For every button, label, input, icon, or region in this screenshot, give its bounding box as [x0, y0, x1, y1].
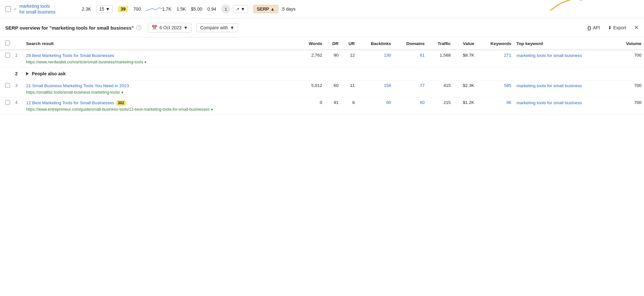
- row-checkbox-2[interactable]: [5, 83, 10, 88]
- domains-link[interactable]: 60: [420, 100, 425, 105]
- chevron-down-icon3: ▼: [184, 25, 188, 30]
- ur-cell: 12: [341, 50, 358, 67]
- redirect-badge: 302: [116, 100, 127, 106]
- top-keyword-cell: marketing tools for small business: [514, 97, 615, 115]
- th-traffic: Traffic: [427, 37, 453, 50]
- result-title-link[interactable]: 12 Best Marketing Tools for Small Busine…: [26, 100, 127, 105]
- keywords-link[interactable]: 271: [504, 53, 511, 58]
- traffic-cell: 415: [427, 80, 453, 97]
- result-title-link[interactable]: 21 Small Business Marketing Tools You Ne…: [26, 83, 129, 88]
- result-cell: 21 Small Business Marketing Tools You Ne…: [24, 80, 298, 97]
- value-cell: $2.3K: [453, 80, 477, 97]
- th-dr: DR: [325, 37, 341, 50]
- stat-700: 700: [133, 6, 141, 12]
- table-row: 4 12 Best Marketing Tools for Small Busi…: [0, 97, 644, 115]
- th-value: Value: [453, 37, 477, 50]
- download-icon: ⬇: [608, 25, 612, 30]
- url-dropdown: https://smallbiz.tools/small-business-ma…: [26, 90, 124, 95]
- compare-button[interactable]: Compare with ▼: [197, 23, 238, 32]
- row-checkbox[interactable]: [5, 6, 11, 12]
- dr-cell: 91: [325, 97, 341, 115]
- trend-select[interactable]: ↗ ▼: [233, 5, 248, 13]
- serp-label: SERP: [257, 6, 269, 12]
- backlinks-link[interactable]: 158: [384, 83, 391, 88]
- api-button[interactable]: {} API: [587, 25, 600, 31]
- calendar-icon: 📅: [151, 25, 158, 31]
- row-checkbox-3[interactable]: [5, 100, 10, 105]
- domains-cell: 77: [394, 80, 427, 97]
- row-num: 4: [13, 97, 24, 115]
- keywords-link[interactable]: 96: [506, 100, 511, 105]
- row-checkbox-cell: [0, 67, 13, 80]
- table-row: 1 28 Best Marketing Tools for Small Busi…: [0, 50, 644, 67]
- top-keyword-link[interactable]: marketing tools for small business: [516, 83, 582, 88]
- top-bar: ✓ marketing tools for small business 2.3…: [0, 0, 644, 18]
- select-all-checkbox[interactable]: [5, 41, 10, 45]
- row-num: 2: [13, 67, 24, 80]
- serp-button[interactable]: SERP ▲: [253, 5, 278, 13]
- th-words: Words: [298, 37, 325, 50]
- backlinks-cell: 158: [357, 80, 394, 97]
- backlinks-link[interactable]: 130: [384, 53, 391, 58]
- keyword-link[interactable]: marketing tools for small business: [19, 3, 74, 15]
- trend-icon: ↗: [236, 7, 239, 12]
- serp-table: Search result Words DR UR Backlinks Doma…: [0, 37, 644, 115]
- value-cell: $8.7K: [453, 50, 477, 67]
- domains-cell: 60: [394, 97, 427, 115]
- row-checkbox-cell: [0, 97, 13, 115]
- keywords-cell: 585: [477, 80, 514, 97]
- position-badge: 39: [118, 6, 128, 12]
- row-num: 1: [13, 50, 24, 67]
- row-checkbox-cell: [0, 80, 13, 97]
- top-keyword-link[interactable]: marketing tools for small business: [516, 100, 582, 105]
- chevron-up-icon: ▲: [270, 6, 275, 12]
- keywords-link[interactable]: 585: [504, 83, 511, 88]
- people-also-ask-label: People also ask: [32, 71, 66, 76]
- position-value: 15: [99, 6, 104, 12]
- th-keywords: Keywords: [477, 37, 514, 50]
- domains-link[interactable]: 77: [420, 83, 425, 88]
- position-select[interactable]: 15 ▼: [96, 5, 113, 13]
- top-keyword-link[interactable]: marketing tools for small business: [516, 53, 582, 58]
- help-icon[interactable]: ?: [136, 25, 141, 30]
- th-volume: Volume: [615, 37, 644, 50]
- export-button[interactable]: ⬇ Export: [608, 25, 626, 30]
- date-picker[interactable]: 📅 6 Oct 2023 ▼: [148, 23, 191, 32]
- url-dropdown-arrow[interactable]: ▼: [121, 91, 124, 94]
- api-label: API: [593, 25, 600, 30]
- result-url[interactable]: https://smallbiz.tools/small-business-ma…: [26, 90, 296, 95]
- words-cell: 0: [298, 97, 325, 115]
- keywords-cell: 96: [477, 97, 514, 115]
- stat-094: 0.94: [207, 6, 216, 12]
- row-checkbox-0[interactable]: [5, 53, 10, 58]
- volume-stat: 2.3K: [82, 6, 91, 12]
- result-url[interactable]: https://www.entrepreneur.com/guide/small…: [26, 107, 296, 112]
- chevron-down-icon2: ▼: [241, 6, 245, 12]
- backlinks-link[interactable]: 60: [386, 100, 391, 105]
- serp-table-wrapper: Search result Words DR UR Backlinks Doma…: [0, 37, 644, 115]
- top-keyword-cell: marketing tools for small business: [514, 80, 615, 97]
- th-ur: UR: [341, 37, 358, 50]
- check-icon: ✓: [14, 6, 17, 12]
- expand-icon[interactable]: [26, 72, 29, 75]
- words-cell: 5,012: [298, 80, 325, 97]
- stat-circle: 1: [221, 5, 230, 14]
- chevron-down-icon4: ▼: [230, 25, 235, 30]
- sparkline-icon: [146, 6, 162, 12]
- top-keyword-cell: marketing tools for small business: [514, 50, 615, 67]
- domains-link[interactable]: 61: [420, 53, 425, 58]
- days-stat: 5 days: [282, 6, 295, 12]
- svg-marker-0: [580, 0, 584, 1]
- ur-cell: 8: [341, 97, 358, 115]
- result-url[interactable]: https://www.nerdwallet.com/article/small…: [26, 60, 296, 64]
- url-dropdown-arrow[interactable]: ▼: [210, 108, 214, 111]
- top-volume-cell: 700: [615, 97, 644, 115]
- keywords-cell: 271: [477, 50, 514, 67]
- result-title-link[interactable]: 28 Best Marketing Tools for Small Busine…: [26, 53, 114, 58]
- th-top-keyword: Top keyword: [514, 37, 615, 50]
- close-button[interactable]: ✕: [634, 25, 639, 31]
- traffic-cell: 1,568: [427, 50, 453, 67]
- top-volume-cell: 700: [615, 80, 644, 97]
- url-dropdown: https://www.entrepreneur.com/guide/small…: [26, 107, 214, 112]
- url-dropdown-arrow[interactable]: ▼: [144, 60, 147, 64]
